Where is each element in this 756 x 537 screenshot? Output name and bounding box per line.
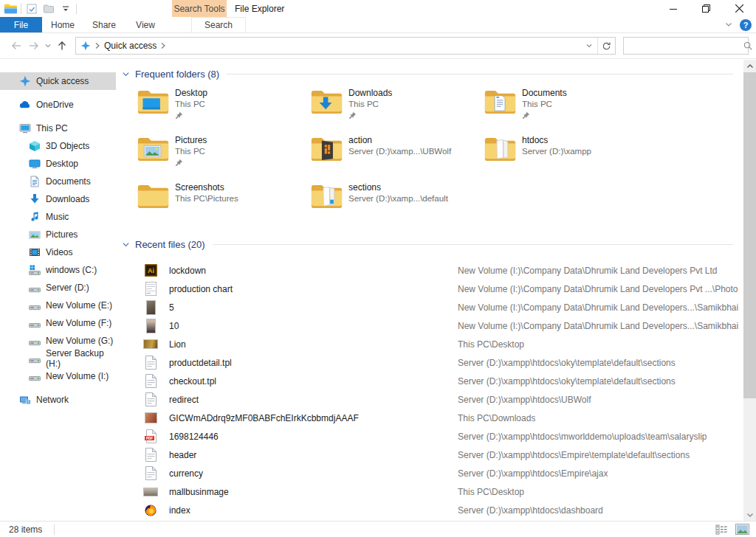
file-name: productdetail.tpl (169, 358, 232, 368)
sidebar-item-videos[interactable]: Videos (0, 243, 116, 261)
sidebar-item-label: Quick access (36, 76, 89, 86)
recent-file-row-1698124446[interactable]: PDF1698124446Server (D:)\xampp\htdocs\mw… (116, 427, 743, 446)
collapse-chevron-icon[interactable] (122, 70, 130, 78)
expand-ribbon-icon[interactable] (724, 20, 733, 31)
folder-tile-htdocs[interactable]: htdocsServer (D:)\xampp (484, 133, 657, 176)
recent-file-row-mallbusinmage[interactable]: mallbusinmageThis PC\Desktop (116, 482, 743, 501)
help-icon[interactable]: ? (740, 19, 752, 31)
forward-button[interactable] (25, 37, 43, 55)
sidebar-item-label: New Volume (E:) (46, 300, 112, 311)
tab-home[interactable]: Home (42, 17, 83, 32)
folder-location: This PC (175, 146, 207, 157)
recent-file-row-productdetail-tpl[interactable]: productdetail.tplServer (D:)\xampp\htdoc… (116, 353, 743, 372)
recent-file-row-lion[interactable]: LionThis PC\Desktop (116, 335, 743, 353)
scroll-down-icon[interactable] (743, 508, 756, 521)
folder-tile-documents[interactable]: DocumentsThis PC (484, 86, 657, 128)
scroll-up-icon[interactable] (743, 60, 756, 72)
folder-tile-downloads[interactable]: DownloadsThis PC (310, 86, 484, 128)
sidebar-item-server-d[interactable]: Server (D:) (0, 279, 116, 297)
tab-file[interactable]: File (0, 17, 42, 32)
sidebar-item-this-pc[interactable]: This PC (0, 119, 116, 137)
sidebar-item-new-volume-e[interactable]: New Volume (E:) (0, 297, 116, 314)
refresh-icon[interactable] (597, 38, 615, 54)
folder-tile-screenshots[interactable]: ScreenshotsThis PC\Pictures (137, 180, 310, 223)
search-box (623, 37, 749, 55)
status-bar: 28 items (0, 521, 756, 537)
frequent-folders-header[interactable]: Frequent folders (8) (122, 69, 738, 80)
close-button[interactable] (723, 0, 756, 17)
customize-quick-access-toolbar-icon[interactable] (59, 2, 72, 15)
sidebar-item-new-volume-i[interactable]: New Volume (I:) (0, 367, 116, 385)
recent-file-row-checkout-tpl[interactable]: checkout.tplServer (D:)\xampp\htdocs\oky… (116, 372, 743, 390)
folder-tile-pictures[interactable]: PicturesThis PC (137, 133, 310, 176)
recent-file-row-gicwmaddrq9zmf0babfcheirkkcbbmdjaaaf[interactable]: GICWmADdrq9zMF0BABFchEIrkKcbbmdjAAAFThis… (116, 409, 743, 427)
navigation-pane: Quick accessOneDriveThis PC3D ObjectsDes… (0, 60, 116, 521)
sidebar-item-desktop[interactable]: Desktop (0, 155, 116, 173)
large-icons-view-icon[interactable] (734, 523, 750, 536)
sidebar-item-label: New Volume (I:) (46, 371, 109, 381)
recent-file-row-header[interactable]: headerServer (D:)\xampp\htdocs\Empire\te… (116, 446, 743, 464)
folder-tile-action[interactable]: actionServer (D:)\xamp...\UBWolf (310, 133, 484, 176)
folder-tile-sections[interactable]: sectionsServer (D:)\xamp...\default (310, 180, 484, 223)
restore-button[interactable] (690, 0, 723, 17)
divider (213, 244, 733, 245)
breadcrumb-location[interactable]: Quick access (104, 41, 157, 51)
folder-tile-desktop[interactable]: DesktopThis PC (137, 86, 310, 128)
sidebar-item-onedrive[interactable]: OneDrive (0, 96, 116, 114)
breadcrumb-chevron-icon[interactable] (160, 42, 166, 49)
tab-search[interactable]: Search (191, 17, 246, 32)
address-bar[interactable]: Quick access (75, 37, 616, 55)
recent-locations-icon[interactable] (43, 37, 53, 55)
tab-view[interactable]: View (125, 17, 166, 32)
collapse-chevron-icon[interactable] (122, 240, 130, 249)
sidebar-item-documents[interactable]: Documents (0, 173, 116, 190)
properties-icon[interactable] (25, 2, 38, 15)
up-button[interactable] (53, 37, 71, 55)
sidebar-item-new-volume-g[interactable]: New Volume (G:) (0, 332, 116, 350)
file-location: Server (D:)\xampp\htdocs\mworlddemo\uplo… (458, 432, 707, 442)
file-name: production chart (169, 284, 233, 294)
sidebar-item-label: Documents (46, 176, 91, 187)
recent-file-row-index[interactable]: indexServer (D:)\xampp\htdocs\dashboard (116, 501, 743, 519)
recent-file-row-5[interactable]: 5New Volume (I:)\Company Data\Dhrumik La… (116, 298, 743, 316)
file-location: New Volume (I:)\Company Data\Dhrumik Lan… (458, 321, 738, 331)
details-view-icon[interactable] (713, 523, 729, 536)
recent-files-header[interactable]: Recent files (20) (122, 239, 738, 250)
sidebar-item-windows-c[interactable]: windows (C:) (0, 261, 116, 279)
items-count: 28 items (9, 524, 42, 535)
recent-file-row-production-chart[interactable]: production chartNew Volume (I:)\Company … (116, 280, 743, 298)
sidebar-item-downloads[interactable]: Downloads (0, 190, 116, 208)
vertical-scrollbar[interactable] (743, 60, 756, 521)
sidebar-item-network[interactable]: Network (0, 391, 116, 409)
back-button[interactable] (7, 37, 25, 55)
recent-file-row-lockdown[interactable]: AilockdownNew Volume (I:)\Company Data\D… (116, 261, 743, 280)
folder-icon (137, 182, 170, 210)
new-folder-icon[interactable] (42, 2, 55, 15)
document-file-icon (142, 465, 159, 482)
recent-file-row-redirect[interactable]: redirectServer (D:)\xampp\htdocs\UBWolf (116, 390, 743, 409)
sidebar-item-server-backup-h[interactable]: Server Backup (H:) (0, 350, 116, 367)
address-dropdown-icon[interactable] (581, 38, 597, 54)
sidebar-item-3d-objects[interactable]: 3D Objects (0, 137, 116, 155)
search-tools-contextual-tab[interactable]: Search Tools (172, 0, 227, 17)
document-file-icon (142, 447, 159, 463)
folder-name: Downloads (348, 88, 392, 99)
sidebar-item-label: Pictures (46, 229, 78, 240)
sidebar-item-label: Server (D:) (46, 283, 89, 293)
folder-name: Documents (522, 88, 567, 99)
search-icon[interactable] (743, 41, 753, 51)
tab-share[interactable]: Share (83, 17, 125, 32)
sidebar-item-music[interactable]: Music (0, 208, 116, 226)
scrollbar-thumb[interactable] (743, 72, 756, 398)
sidebar-item-quick-access[interactable]: Quick access (0, 72, 116, 90)
recent-file-row-10[interactable]: 10New Volume (I:)\Company Data\Dhrumik L… (116, 316, 743, 335)
sidebar-item-pictures[interactable]: Pictures (0, 226, 116, 243)
minimize-button[interactable] (656, 0, 690, 17)
sidebar-item-new-volume-f[interactable]: New Volume (F:) (0, 314, 116, 332)
search-input[interactable] (624, 38, 743, 53)
divider (227, 74, 733, 75)
navigation-toolbar: Quick access (0, 33, 756, 59)
recent-file-row-currency[interactable]: currencyServer (D:)\xampp\htdocs\Empire\… (116, 464, 743, 482)
breadcrumb-chevron-icon[interactable] (94, 42, 100, 49)
pin-icon (348, 111, 392, 121)
